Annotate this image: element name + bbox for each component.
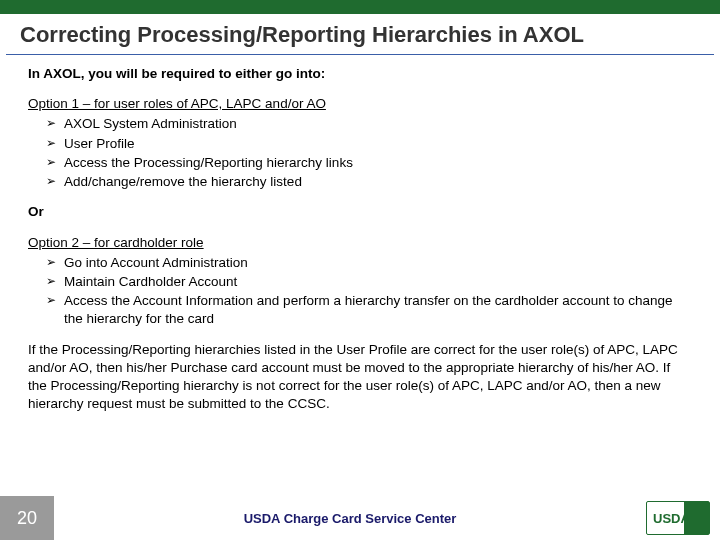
- closing-paragraph: If the Processing/Reporting hierarchies …: [28, 341, 692, 414]
- list-item: Add/change/remove the hierarchy listed: [46, 173, 692, 191]
- option2-heading: Option 2 – for cardholder role: [28, 234, 692, 252]
- page-number: 20: [0, 496, 54, 540]
- top-accent-bar: [0, 0, 720, 14]
- slide-footer: 20 USDA Charge Card Service Center USDA: [0, 496, 720, 540]
- option2-list: Go into Account Administration Maintain …: [28, 254, 692, 329]
- intro-text: In AXOL, you will be required to either …: [28, 65, 692, 83]
- or-separator: Or: [28, 203, 692, 221]
- slide-title: Correcting Processing/Reporting Hierarch…: [6, 14, 714, 55]
- usda-logo-text: USDA: [653, 511, 690, 526]
- list-item: Go into Account Administration: [46, 254, 692, 272]
- usda-logo: USDA: [646, 501, 710, 535]
- list-item: Access the Account Information and perfo…: [46, 292, 692, 328]
- list-item: AXOL System Administration: [46, 115, 692, 133]
- footer-center-text: USDA Charge Card Service Center: [54, 511, 646, 526]
- list-item: Access the Processing/Reporting hierarch…: [46, 154, 692, 172]
- list-item: Maintain Cardholder Account: [46, 273, 692, 291]
- option1-heading: Option 1 – for user roles of APC, LAPC a…: [28, 95, 692, 113]
- list-item: User Profile: [46, 135, 692, 153]
- slide: Correcting Processing/Reporting Hierarch…: [0, 0, 720, 540]
- option1-list: AXOL System Administration User Profile …: [28, 115, 692, 191]
- slide-body: In AXOL, you will be required to either …: [0, 55, 720, 496]
